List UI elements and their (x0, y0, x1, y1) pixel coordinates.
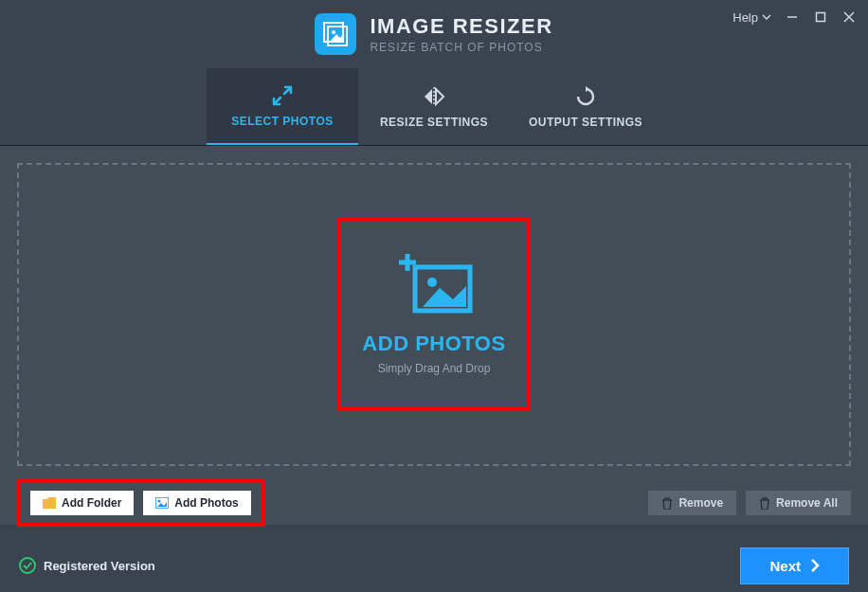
chevron-down-icon (762, 12, 771, 22)
tab-select-photos[interactable]: SELECT PHOTOS (207, 68, 358, 145)
remove-all-button[interactable]: Remove All (746, 491, 851, 515)
svg-point-11 (158, 500, 161, 503)
button-label: Remove All (776, 496, 838, 510)
close-button[interactable] (841, 9, 857, 25)
expand-icon (271, 84, 294, 107)
remove-button[interactable]: Remove (648, 491, 736, 515)
tab-label: SELECT PHOTOS (231, 115, 334, 128)
add-photos-icon (394, 254, 474, 318)
mirror-icon (422, 85, 446, 108)
add-photos-block[interactable]: ADD PHOTOS Simply Drag And Drop (337, 218, 531, 411)
trash-icon (661, 497, 673, 510)
app-title: IMAGE RESIZER (370, 14, 552, 39)
main-area: ADD PHOTOS Simply Drag And Drop Add Fold… (0, 146, 868, 525)
help-menu[interactable]: Help (732, 10, 771, 25)
app-subtitle: RESIZE BATCH OF PHOTOS (370, 41, 552, 54)
app-brand: IMAGE RESIZER RESIZE BATCH OF PHOTOS (315, 13, 552, 55)
tab-resize-settings[interactable]: RESIZE SETTINGS (358, 68, 510, 145)
check-circle-icon (19, 557, 36, 574)
tab-label: OUTPUT SETTINGS (529, 116, 642, 129)
tab-output-settings[interactable]: OUTPUT SETTINGS (510, 68, 661, 145)
button-label: Add Folder (62, 496, 121, 510)
chevron-right-icon (810, 559, 820, 572)
add-photos-subtitle: Simply Drag And Drop (378, 362, 491, 375)
next-button[interactable]: Next (740, 547, 849, 584)
svg-rect-4 (817, 13, 825, 22)
add-photos-button[interactable]: Add Photos (143, 491, 250, 515)
help-label: Help (732, 10, 758, 25)
app-icon (315, 13, 356, 55)
highlight-box: Add Folder Add Photos (17, 479, 264, 527)
add-photos-title: ADD PHOTOS (362, 332, 505, 356)
maximize-button[interactable] (813, 9, 828, 25)
status-label: Registered Version (44, 559, 155, 573)
tab-label: RESIZE SETTINGS (380, 116, 488, 129)
action-toolbar: Add Folder Add Photos Remove Remove All (17, 466, 851, 527)
dropzone[interactable]: ADD PHOTOS Simply Drag And Drop (17, 163, 851, 466)
window-controls: Help (732, 9, 857, 25)
registration-status: Registered Version (19, 557, 155, 574)
folder-icon (43, 497, 56, 509)
svg-point-9 (427, 278, 437, 287)
svg-point-2 (332, 30, 335, 34)
button-label: Remove (678, 496, 723, 510)
footer: Registered Version Next (0, 539, 868, 592)
add-folder-button[interactable]: Add Folder (30, 491, 134, 515)
minimize-button[interactable] (785, 9, 800, 25)
button-label: Add Photos (174, 496, 238, 510)
image-icon (155, 497, 169, 509)
refresh-icon (575, 85, 596, 108)
button-label: Next (769, 558, 801, 574)
tab-bar: SELECT PHOTOS RESIZE SETTINGS OUTPUT SET… (0, 68, 868, 146)
trash-icon (759, 497, 770, 510)
svg-point-12 (20, 558, 35, 573)
titlebar: IMAGE RESIZER RESIZE BATCH OF PHOTOS Hel… (0, 0, 868, 68)
